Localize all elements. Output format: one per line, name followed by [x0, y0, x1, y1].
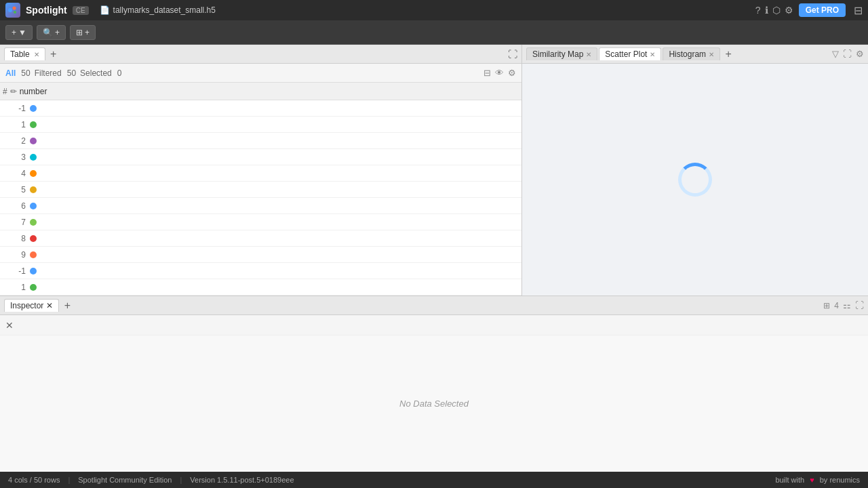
search-button[interactable]: 🔍 + — [37, 25, 66, 40]
row-dot — [30, 170, 37, 177]
table-row[interactable]: 1 — [0, 279, 521, 296]
table-row[interactable]: 6 — [0, 198, 521, 214]
main: Table ✕ + ⛶ All 50 Filtered 50 Selected … — [0, 45, 868, 472]
app-edition: CE — [73, 6, 89, 15]
filter-right-icon[interactable]: ▽ — [832, 49, 839, 59]
row-dot — [30, 284, 37, 291]
scatter-tab-close[interactable]: ✕ — [650, 51, 655, 58]
inspector-tab-close[interactable]: ✕ — [46, 301, 53, 310]
table-row[interactable]: 4 — [0, 165, 521, 182]
row-dot — [30, 154, 37, 161]
all-count: 50 — [21, 68, 30, 78]
inspector-body: No Data Selected — [0, 336, 868, 472]
tab-table[interactable]: Table ✕ — [4, 47, 45, 60]
left-panel: Table ✕ + ⛶ All 50 Filtered 50 Selected … — [0, 45, 522, 296]
add-right-tab-button[interactable]: + — [722, 47, 735, 61]
col-name: number — [20, 87, 47, 96]
add-left-tab-button[interactable]: + — [47, 47, 60, 61]
inspector-app-icon[interactable]: ⚏ — [843, 300, 851, 310]
histogram-tab-close[interactable]: ✕ — [709, 51, 714, 58]
github-icon[interactable]: ⬡ — [772, 5, 781, 16]
app-logo — [5, 3, 20, 18]
cols-info: 4 cols / 50 rows — [8, 476, 60, 484]
statusbar: 4 cols / 50 rows | Spotlight Community E… — [0, 472, 868, 488]
row-number: 3 — [3, 152, 30, 162]
settings-right-icon[interactable]: ⚙ — [856, 49, 864, 59]
row-number: 9 — [3, 250, 30, 260]
panel-layout-icon[interactable]: ⊟ — [854, 4, 863, 17]
filter-icon: ▼ — [18, 28, 26, 37]
inspector-count: 4 — [834, 301, 839, 310]
fullscreen-right-icon[interactable]: ⛶ — [843, 49, 852, 59]
by-label: by renumics — [820, 476, 860, 484]
all-badge[interactable]: All — [5, 68, 16, 78]
table-row[interactable]: 3 — [0, 149, 521, 165]
inspector-tab-label: Inspector — [10, 301, 43, 310]
table-body[interactable]: -1 1 2 3 4 5 6 7 8 9 -1 1 2 — [0, 100, 521, 296]
settings-icon[interactable]: ⚙ — [785, 5, 793, 16]
row-dot — [30, 203, 37, 209]
get-pro-button[interactable]: Get PRO — [799, 3, 846, 17]
similarity-tab-label: Similarity Map — [532, 49, 583, 59]
tab-histogram[interactable]: Histogram ✕ — [663, 47, 720, 60]
viz-area — [522, 64, 868, 296]
file-section: 📄 tallymarks_dataset_small.h5 — [100, 5, 216, 15]
row-number: 1 — [3, 283, 30, 292]
plus-icon3: + — [85, 28, 90, 37]
info-icon[interactable]: ℹ — [765, 5, 768, 16]
filtered-label: Filtered — [35, 68, 62, 78]
plus-icon: + — [12, 28, 16, 37]
settings-table-icon[interactable]: ⚙ — [508, 68, 516, 78]
heart-icon: ♥ — [810, 476, 814, 484]
row-number: -1 — [3, 104, 30, 113]
inspector-close-button[interactable]: ✕ — [5, 320, 14, 331]
divider1: | — [68, 476, 70, 484]
add-inspector-tab-button[interactable]: + — [60, 299, 74, 312]
tab-inspector[interactable]: Inspector ✕ — [4, 299, 59, 312]
inspector-grid-icon[interactable]: ⊞ — [823, 301, 830, 310]
tab-scatter-plot[interactable]: Scatter Plot ✕ — [599, 47, 661, 60]
divider2: | — [180, 476, 182, 484]
row-number: 5 — [3, 185, 30, 195]
table-row[interactable]: 9 — [0, 247, 521, 263]
table-row[interactable]: 7 — [0, 214, 521, 230]
built-with-label: built with — [775, 476, 804, 484]
subheader-icons: ⊟ 👁 ⚙ — [484, 68, 516, 78]
add-filter-button[interactable]: + ▼ — [5, 25, 33, 40]
table-row[interactable]: 2 — [0, 133, 521, 149]
right-tab-bar: Similarity Map ✕ Scatter Plot ✕ Histogra… — [522, 45, 868, 64]
toolbar: + ▼ 🔍 + ⊞ + — [0, 20, 868, 45]
grid-plus-icon: ⊞ — [76, 28, 83, 37]
columns-icon[interactable]: ⊟ — [484, 68, 491, 78]
inspector-fullscreen-icon[interactable]: ⛶ — [855, 300, 864, 310]
row-number: 8 — [3, 234, 30, 243]
selected-label: Selected — [80, 68, 112, 78]
help-icon[interactable]: ? — [755, 5, 761, 16]
bottom-panels: Inspector ✕ + ⊞ 4 ⚏ ⛶ ✕ No Data Selected — [0, 296, 868, 472]
edition-label: Spotlight Community Edition — [78, 476, 172, 484]
table-row[interactable]: 5 — [0, 182, 521, 198]
top-panels: Table ✕ + ⛶ All 50 Filtered 50 Selected … — [0, 45, 868, 296]
inspector-icons: ⊞ 4 ⚏ ⛶ — [823, 300, 864, 310]
file-icon: 📄 — [100, 5, 110, 15]
row-dot — [30, 235, 37, 242]
left-fullscreen-button[interactable]: ⛶ — [508, 49, 517, 60]
table-subheader: All 50 Filtered 50 Selected 0 ⊟ 👁 ⚙ — [0, 64, 521, 83]
table-row[interactable]: -1 — [0, 100, 521, 117]
tab-similarity-map[interactable]: Similarity Map ✕ — [526, 47, 597, 60]
right-panel-icons: ▽ ⛶ ⚙ — [832, 49, 864, 59]
scatter-tab-label: Scatter Plot — [605, 49, 647, 59]
svg-point-2 — [14, 11, 16, 14]
table-row[interactable]: 8 — [0, 230, 521, 247]
add-col-button[interactable]: ⊞ + — [70, 25, 96, 40]
selected-count: 0 — [117, 68, 122, 78]
search-icon: 🔍 — [43, 28, 53, 37]
col-edit-icon[interactable]: ✏ — [10, 87, 17, 96]
table-row[interactable]: -1 — [0, 263, 521, 279]
table-row[interactable]: 1 — [0, 117, 521, 133]
table-tab-close[interactable]: ✕ — [34, 51, 39, 58]
eye-icon[interactable]: 👁 — [495, 68, 504, 78]
similarity-tab-close[interactable]: ✕ — [586, 51, 591, 58]
svg-point-1 — [13, 7, 16, 10]
row-number: 6 — [3, 201, 30, 211]
